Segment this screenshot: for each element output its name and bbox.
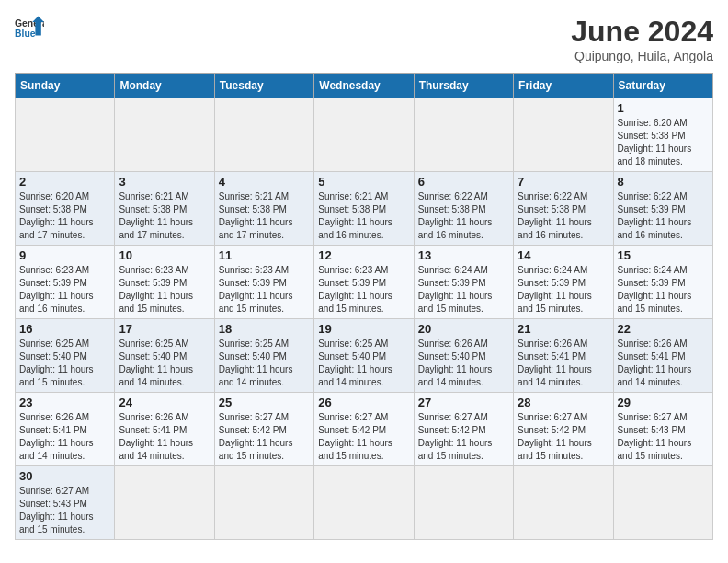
calendar-cell: 4Sunrise: 6:21 AMSunset: 5:38 PMDaylight… bbox=[214, 172, 313, 246]
day-number: 1 bbox=[618, 101, 709, 115]
day-number: 16 bbox=[19, 322, 110, 336]
week-row-2: 2Sunrise: 6:20 AMSunset: 5:38 PMDaylight… bbox=[16, 172, 713, 246]
day-number: 26 bbox=[318, 396, 409, 409]
day-info: Sunrise: 6:27 AMSunset: 5:43 PMDaylight:… bbox=[19, 485, 110, 536]
day-number: 30 bbox=[19, 469, 110, 483]
day-number: 12 bbox=[318, 248, 409, 262]
calendar-cell: 13Sunrise: 6:24 AMSunset: 5:39 PMDayligh… bbox=[414, 246, 513, 319]
day-number: 13 bbox=[418, 248, 509, 262]
calendar-cell: 2Sunrise: 6:20 AMSunset: 5:38 PMDaylight… bbox=[16, 172, 115, 246]
day-number: 23 bbox=[19, 396, 110, 409]
day-number: 22 bbox=[618, 322, 709, 336]
day-number: 10 bbox=[119, 248, 210, 262]
day-info: Sunrise: 6:25 AMSunset: 5:40 PMDaylight:… bbox=[19, 338, 110, 389]
location-subtitle: Quipungo, Huila, Angola bbox=[571, 49, 713, 63]
week-row-6: 30Sunrise: 6:27 AMSunset: 5:43 PMDayligh… bbox=[16, 466, 713, 540]
day-info: Sunrise: 6:26 AMSunset: 5:41 PMDaylight:… bbox=[119, 411, 210, 463]
day-info: Sunrise: 6:23 AMSunset: 5:39 PMDaylight:… bbox=[119, 264, 210, 316]
calendar-cell: 18Sunrise: 6:25 AMSunset: 5:40 PMDayligh… bbox=[214, 319, 313, 393]
calendar-cell: 3Sunrise: 6:21 AMSunset: 5:38 PMDaylight… bbox=[115, 172, 214, 246]
day-info: Sunrise: 6:27 AMSunset: 5:42 PMDaylight:… bbox=[518, 411, 609, 463]
calendar-cell: 12Sunrise: 6:23 AMSunset: 5:39 PMDayligh… bbox=[314, 246, 414, 319]
day-info: Sunrise: 6:26 AMSunset: 5:41 PMDaylight:… bbox=[618, 338, 709, 389]
day-number: 15 bbox=[618, 248, 709, 262]
calendar-cell bbox=[613, 466, 712, 540]
day-number: 24 bbox=[119, 396, 210, 409]
calendar-cell: 20Sunrise: 6:26 AMSunset: 5:40 PMDayligh… bbox=[414, 319, 513, 393]
calendar-cell: 5Sunrise: 6:21 AMSunset: 5:38 PMDaylight… bbox=[314, 172, 414, 246]
day-info: Sunrise: 6:21 AMSunset: 5:38 PMDaylight:… bbox=[119, 190, 210, 242]
day-number: 28 bbox=[518, 396, 609, 409]
calendar-cell bbox=[214, 98, 313, 172]
calendar-cell: 1Sunrise: 6:20 AMSunset: 5:38 PMDaylight… bbox=[613, 98, 712, 172]
day-info: Sunrise: 6:20 AMSunset: 5:38 PMDaylight:… bbox=[19, 190, 110, 242]
calendar-cell: 8Sunrise: 6:22 AMSunset: 5:39 PMDaylight… bbox=[613, 172, 712, 246]
calendar-cell: 7Sunrise: 6:22 AMSunset: 5:38 PMDaylight… bbox=[514, 172, 613, 246]
weekday-header-tuesday: Tuesday bbox=[214, 74, 313, 98]
weekday-header-monday: Monday bbox=[115, 74, 214, 98]
week-row-3: 9Sunrise: 6:23 AMSunset: 5:39 PMDaylight… bbox=[16, 246, 713, 319]
day-number: 4 bbox=[219, 175, 310, 189]
day-number: 8 bbox=[618, 175, 709, 189]
calendar-cell: 27Sunrise: 6:27 AMSunset: 5:42 PMDayligh… bbox=[414, 393, 513, 466]
calendar-cell bbox=[214, 466, 313, 540]
calendar-cell: 30Sunrise: 6:27 AMSunset: 5:43 PMDayligh… bbox=[16, 466, 115, 540]
calendar-cell: 22Sunrise: 6:26 AMSunset: 5:41 PMDayligh… bbox=[613, 319, 712, 393]
calendar-cell bbox=[314, 466, 414, 540]
day-info: Sunrise: 6:26 AMSunset: 5:41 PMDaylight:… bbox=[518, 338, 609, 389]
day-info: Sunrise: 6:23 AMSunset: 5:39 PMDaylight:… bbox=[318, 264, 409, 316]
month-title: June 2024 bbox=[571, 15, 713, 49]
calendar-cell: 21Sunrise: 6:26 AMSunset: 5:41 PMDayligh… bbox=[514, 319, 613, 393]
day-number: 21 bbox=[518, 322, 609, 336]
day-info: Sunrise: 6:24 AMSunset: 5:39 PMDaylight:… bbox=[518, 264, 609, 316]
weekday-header-sunday: Sunday bbox=[16, 74, 115, 98]
day-info: Sunrise: 6:23 AMSunset: 5:39 PMDaylight:… bbox=[219, 264, 310, 316]
day-info: Sunrise: 6:24 AMSunset: 5:39 PMDaylight:… bbox=[618, 264, 709, 316]
day-number: 19 bbox=[318, 322, 409, 336]
day-number: 20 bbox=[418, 322, 509, 336]
calendar-cell: 11Sunrise: 6:23 AMSunset: 5:39 PMDayligh… bbox=[214, 246, 313, 319]
weekday-header-friday: Friday bbox=[514, 74, 613, 98]
day-info: Sunrise: 6:25 AMSunset: 5:40 PMDaylight:… bbox=[119, 338, 210, 389]
weekday-header-wednesday: Wednesday bbox=[314, 74, 414, 98]
calendar-cell: 29Sunrise: 6:27 AMSunset: 5:43 PMDayligh… bbox=[613, 393, 712, 466]
day-number: 27 bbox=[418, 396, 509, 409]
calendar-cell bbox=[414, 466, 513, 540]
day-info: Sunrise: 6:22 AMSunset: 5:38 PMDaylight:… bbox=[518, 190, 609, 242]
day-info: Sunrise: 6:21 AMSunset: 5:38 PMDaylight:… bbox=[318, 190, 409, 242]
calendar-cell: 6Sunrise: 6:22 AMSunset: 5:38 PMDaylight… bbox=[414, 172, 513, 246]
day-info: Sunrise: 6:27 AMSunset: 5:42 PMDaylight:… bbox=[418, 411, 509, 463]
day-info: Sunrise: 6:27 AMSunset: 5:43 PMDaylight:… bbox=[618, 411, 709, 463]
calendar-table: SundayMondayTuesdayWednesdayThursdayFrid… bbox=[15, 73, 713, 540]
day-number: 29 bbox=[618, 396, 709, 409]
calendar-cell bbox=[514, 98, 613, 172]
day-info: Sunrise: 6:26 AMSunset: 5:40 PMDaylight:… bbox=[418, 338, 509, 389]
week-row-4: 16Sunrise: 6:25 AMSunset: 5:40 PMDayligh… bbox=[16, 319, 713, 393]
day-number: 11 bbox=[219, 248, 310, 262]
day-info: Sunrise: 6:23 AMSunset: 5:39 PMDaylight:… bbox=[19, 264, 110, 316]
calendar-cell: 26Sunrise: 6:27 AMSunset: 5:42 PMDayligh… bbox=[314, 393, 414, 466]
day-number: 18 bbox=[219, 322, 310, 336]
day-info: Sunrise: 6:25 AMSunset: 5:40 PMDaylight:… bbox=[318, 338, 409, 389]
week-row-1: 1Sunrise: 6:20 AMSunset: 5:38 PMDaylight… bbox=[16, 98, 713, 172]
weekday-header-saturday: Saturday bbox=[613, 74, 712, 98]
calendar-cell bbox=[16, 98, 115, 172]
calendar-cell: 23Sunrise: 6:26 AMSunset: 5:41 PMDayligh… bbox=[16, 393, 115, 466]
page-header: General Blue June 2024 Quipungo, Huila, … bbox=[15, 15, 713, 63]
day-number: 25 bbox=[219, 396, 310, 409]
calendar-cell bbox=[115, 98, 214, 172]
svg-text:Blue: Blue bbox=[15, 29, 36, 39]
day-number: 3 bbox=[119, 175, 210, 189]
day-info: Sunrise: 6:27 AMSunset: 5:42 PMDaylight:… bbox=[318, 411, 409, 463]
logo: General Blue bbox=[15, 15, 44, 40]
day-info: Sunrise: 6:22 AMSunset: 5:39 PMDaylight:… bbox=[618, 190, 709, 242]
day-info: Sunrise: 6:22 AMSunset: 5:38 PMDaylight:… bbox=[418, 190, 509, 242]
day-number: 9 bbox=[19, 248, 110, 262]
day-info: Sunrise: 6:20 AMSunset: 5:38 PMDaylight:… bbox=[618, 117, 709, 168]
day-number: 5 bbox=[318, 175, 409, 189]
day-info: Sunrise: 6:26 AMSunset: 5:41 PMDaylight:… bbox=[19, 411, 110, 463]
calendar-cell: 14Sunrise: 6:24 AMSunset: 5:39 PMDayligh… bbox=[514, 246, 613, 319]
title-area: June 2024 Quipungo, Huila, Angola bbox=[571, 15, 713, 63]
week-row-5: 23Sunrise: 6:26 AMSunset: 5:41 PMDayligh… bbox=[16, 393, 713, 466]
day-number: 17 bbox=[119, 322, 210, 336]
